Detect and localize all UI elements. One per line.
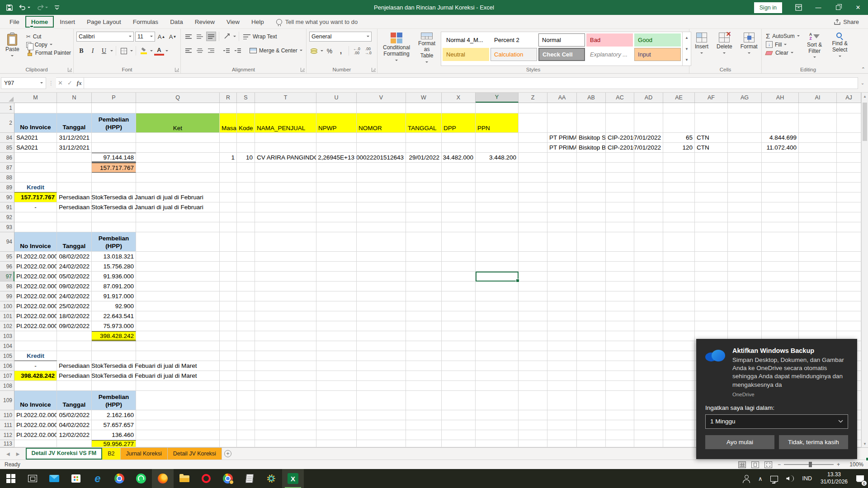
conditional-formatting-button[interactable]: Conditional Formatting	[380, 31, 413, 66]
cell-U86[interactable]: 2,26945E+13	[316, 153, 357, 163]
cell-AE107[interactable]	[663, 371, 695, 381]
cell-AC93[interactable]	[606, 222, 634, 232]
cell-T93[interactable]	[255, 222, 316, 232]
row-header-95[interactable]: 95	[0, 252, 14, 262]
find-select-button[interactable]: Find & Select	[828, 31, 852, 66]
cell-style-normal-4-m-[interactable]: Normal 4_M...	[443, 33, 489, 47]
row-header-91[interactable]: 91	[0, 202, 14, 212]
cell-AE99[interactable]	[663, 291, 695, 301]
cell-AI86[interactable]	[799, 153, 837, 163]
cell-AD92[interactable]	[634, 212, 663, 222]
column-header-AE[interactable]: AE	[663, 93, 695, 103]
cell-AG88[interactable]	[728, 173, 762, 183]
column-header-W[interactable]: W	[406, 93, 442, 103]
cell-M98[interactable]: PI.2022.02.00008	[14, 282, 57, 291]
cell-N108[interactable]	[57, 381, 92, 391]
cell-AG102[interactable]	[728, 321, 762, 331]
cell-Y102[interactable]	[476, 321, 519, 331]
sort-filter-button[interactable]: AZ Sort & Filter	[804, 31, 826, 66]
cell-U99[interactable]	[316, 291, 357, 301]
cell-T101[interactable]	[255, 311, 316, 321]
cell-W86[interactable]: 29/01/2022	[406, 153, 442, 163]
clock[interactable]: 13.3331/01/2026	[816, 469, 852, 488]
column-header-U[interactable]: U	[316, 93, 357, 103]
cell-AJ96[interactable]	[837, 262, 861, 272]
cell-S86[interactable]: 10	[237, 153, 255, 163]
cell-AC92[interactable]	[606, 212, 634, 222]
cell-Q100[interactable]	[136, 301, 220, 311]
cell-AF98[interactable]	[695, 282, 728, 291]
cell-AC2[interactable]	[606, 113, 634, 133]
cell-N106[interactable]: Persediaan StokTersedia di Febuari di ju…	[57, 361, 92, 371]
cell-AE86[interactable]	[663, 153, 695, 163]
name-box[interactable]: Y97	[1, 77, 46, 89]
cell-V104[interactable]	[357, 341, 406, 351]
cell-AE113[interactable]	[663, 440, 695, 447]
cell-X86[interactable]: 34.482.000	[442, 153, 476, 163]
cell-R111[interactable]	[220, 420, 237, 430]
taskbar-store-icon[interactable]	[65, 469, 87, 488]
cell-X85[interactable]	[442, 143, 476, 153]
taskbar-start-icon[interactable]	[0, 469, 22, 488]
cell-Z102[interactable]	[519, 321, 547, 331]
cell-W93[interactable]	[406, 222, 442, 232]
ribbon-tab-help[interactable]: Help	[245, 16, 270, 28]
cell-Y91[interactable]	[476, 202, 519, 212]
cell-P108[interactable]	[92, 381, 136, 391]
cell-R113[interactable]	[220, 440, 237, 447]
cell-AA101[interactable]	[547, 311, 577, 321]
cell-AE106[interactable]	[663, 361, 695, 371]
cell-T103[interactable]	[255, 331, 316, 341]
cell-T98[interactable]	[255, 282, 316, 291]
cell-Q98[interactable]	[136, 282, 220, 291]
cell-T109[interactable]	[255, 391, 316, 410]
cell-Z107[interactable]	[519, 371, 547, 381]
cell-W96[interactable]	[406, 262, 442, 272]
cell-P101[interactable]: 22.643.541	[92, 311, 136, 321]
cell-N97[interactable]: 05/02/2022	[57, 272, 92, 282]
cell-AD97[interactable]	[634, 272, 663, 282]
cell-AA104[interactable]	[547, 341, 577, 351]
cell-AE2[interactable]	[663, 113, 695, 133]
cell-AC102[interactable]	[606, 321, 634, 331]
cell-AD112[interactable]	[634, 430, 663, 440]
cell-V107[interactable]	[357, 371, 406, 381]
cell-Z93[interactable]	[519, 222, 547, 232]
cell-Y88[interactable]	[476, 173, 519, 183]
cell-N84[interactable]: 31/12/2021	[57, 133, 92, 143]
cell-style-normal[interactable]: Normal	[538, 33, 585, 47]
cell-AF95[interactable]	[695, 252, 728, 262]
cell-X109[interactable]	[442, 391, 476, 410]
cell-AE101[interactable]	[663, 311, 695, 321]
cell-W113[interactable]	[406, 440, 442, 447]
action-center-icon[interactable]: 6	[852, 469, 868, 488]
cell-M108[interactable]	[14, 381, 57, 391]
cell-AE111[interactable]	[663, 420, 695, 430]
cell-W106[interactable]	[406, 361, 442, 371]
cell-AC88[interactable]	[606, 173, 634, 183]
scroll-down-icon[interactable]: ▼	[862, 440, 868, 447]
cell-AC87[interactable]	[606, 163, 634, 173]
column-header-AD[interactable]: AD	[634, 93, 663, 103]
cell-W107[interactable]	[406, 371, 442, 381]
cell-AI89[interactable]	[799, 183, 837, 192]
cell-AB92[interactable]	[577, 212, 606, 222]
cell-T112[interactable]	[255, 430, 316, 440]
cell-P102[interactable]: 75.973.000	[92, 321, 136, 331]
cell-AB97[interactable]	[577, 272, 606, 282]
bold-button[interactable]: B	[76, 46, 86, 56]
cell-AE88[interactable]	[663, 173, 695, 183]
percent-style-icon[interactable]: %	[325, 46, 335, 56]
cell-S91[interactable]	[237, 202, 255, 212]
cell-AB2[interactable]	[577, 113, 606, 133]
cell-AI85[interactable]	[799, 143, 837, 153]
cell-W84[interactable]	[406, 133, 442, 143]
cell-AC95[interactable]	[606, 252, 634, 262]
cell-AA103[interactable]	[547, 331, 577, 341]
cell-M102[interactable]: PI.2022.02.00010	[14, 321, 57, 331]
increase-indent-icon[interactable]	[233, 46, 243, 55]
cell-AB98[interactable]	[577, 282, 606, 291]
cell-U107[interactable]	[316, 371, 357, 381]
cell-R98[interactable]	[220, 282, 237, 291]
cell-AJ97[interactable]	[837, 272, 861, 282]
